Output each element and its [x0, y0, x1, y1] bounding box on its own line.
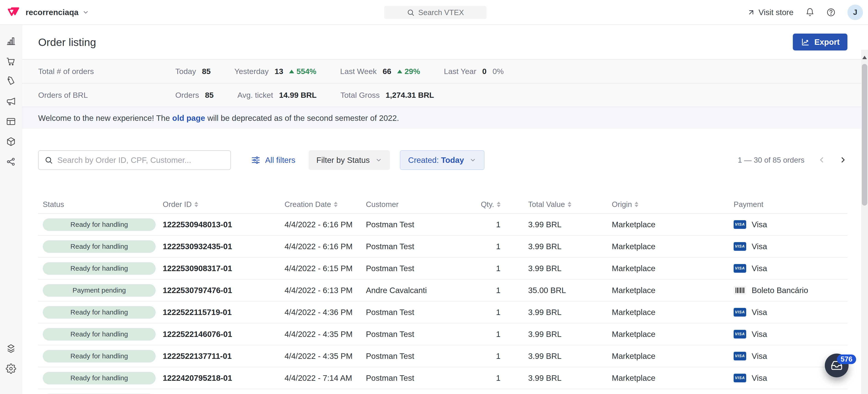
- status-cell: Ready for handling: [38, 350, 163, 362]
- sort-icon[interactable]: [334, 202, 338, 207]
- order-id-cell: 1222530948013-01: [163, 220, 284, 229]
- column-header-order-id[interactable]: Order ID: [163, 200, 284, 209]
- created-filter-dropdown[interactable]: Created: Today: [400, 150, 485, 170]
- vertical-scrollbar[interactable]: [861, 50, 868, 394]
- share-icon: [6, 164, 16, 168]
- visa-icon: VISA: [734, 308, 746, 317]
- stats-row: Orders of BRLOrders85Avg. ticket14.99 BR…: [22, 83, 868, 107]
- order-row[interactable]: Ready for handling1222420795218-014/4/20…: [38, 367, 847, 389]
- sidebar-item-storefront[interactable]: [6, 116, 16, 127]
- layers-icon: [6, 351, 16, 355]
- payment-label: Visa: [752, 330, 767, 339]
- payment-cell: Boleto Bancário: [734, 286, 847, 295]
- column-header-label: Customer: [366, 200, 399, 209]
- export-button[interactable]: Export: [793, 34, 847, 51]
- customer-cell: Postman Test: [366, 220, 468, 229]
- creation-date-cell: 4/4/2022 - 7:14 AM: [284, 373, 366, 383]
- sidebar-item-package[interactable]: [6, 136, 16, 147]
- metric: Last Week6629%: [340, 67, 420, 76]
- sidebar-item-megaphone[interactable]: [6, 96, 16, 107]
- metric: Orders85: [175, 91, 214, 100]
- total-value-cell: 3.99 BRL: [510, 308, 612, 317]
- topbar: recorrenciaqa Search VTEX Visit store J: [0, 0, 868, 25]
- all-filters-button[interactable]: All filters: [251, 155, 295, 165]
- total-value-cell: 3.99 BRL: [510, 220, 612, 229]
- sidebar-item-share[interactable]: [6, 157, 16, 167]
- customer-cell: Postman Test: [366, 352, 468, 361]
- order-row[interactable]: Payment pending1222530797476-014/4/2022 …: [38, 280, 847, 301]
- order-row[interactable]: Ready for handling1222530948013-014/4/20…: [38, 214, 847, 236]
- status-filter-label: Filter by Status: [316, 156, 370, 165]
- next-page-button[interactable]: [839, 156, 847, 165]
- metric: Last Year00%: [444, 67, 504, 76]
- payment-cell: VISAVisa: [734, 330, 847, 339]
- column-header-qty[interactable]: Qty.: [468, 200, 510, 209]
- avatar[interactable]: J: [847, 5, 863, 20]
- payment-cell: VISAVisa: [734, 242, 847, 251]
- origin-cell: Marketplace: [612, 330, 734, 339]
- order-row[interactable]: Ready for handling1222530908317-014/4/20…: [38, 258, 847, 280]
- column-header-label: Origin: [612, 200, 632, 209]
- column-header-total-value[interactable]: Total Value: [510, 200, 612, 209]
- column-header-label: Status: [43, 200, 64, 209]
- global-search-placeholder: Search VTEX: [418, 8, 464, 17]
- old-page-link[interactable]: old page: [172, 113, 205, 123]
- sort-icon[interactable]: [568, 202, 571, 207]
- order-row[interactable]: Ready for handling1222530932435-014/4/20…: [38, 236, 847, 258]
- quantity-cell: 1: [468, 308, 510, 317]
- column-header-label: Payment: [734, 200, 763, 209]
- column-header-origin[interactable]: Origin: [612, 200, 734, 209]
- order-row[interactable]: Ready for handling1222522137711-014/4/20…: [38, 346, 847, 367]
- creation-date-cell: 4/4/2022 - 6:16 PM: [284, 220, 366, 229]
- sliders-icon: [251, 155, 260, 165]
- sort-icon[interactable]: [194, 202, 198, 207]
- sidebar: [0, 25, 22, 394]
- total-value-cell: 3.99 BRL: [510, 373, 612, 383]
- status-badge: Ready for handling: [43, 262, 156, 275]
- status-cell: Ready for handling: [38, 328, 163, 340]
- quantity-cell: 1: [468, 352, 510, 361]
- previous-page-button[interactable]: [817, 156, 826, 165]
- status-cell: Ready for handling: [38, 372, 163, 385]
- search-icon: [44, 156, 53, 164]
- status-badge: Payment pending: [43, 284, 156, 297]
- creation-date-cell: 4/4/2022 - 6:13 PM: [284, 286, 366, 295]
- status-cell: Ready for handling: [38, 240, 163, 253]
- global-search[interactable]: Search VTEX: [384, 6, 487, 19]
- order-row[interactable]: Ready for handling1222522146076-014/4/20…: [38, 323, 847, 346]
- metric-delta: 0%: [493, 67, 504, 76]
- sort-icon[interactable]: [635, 202, 638, 207]
- origin-cell: Marketplace: [612, 352, 734, 361]
- help-icon[interactable]: [827, 8, 836, 17]
- order-row[interactable]: Ready for handling: [38, 389, 847, 394]
- sidebar-item-cart[interactable]: [6, 56, 16, 66]
- scrollbar-thumb[interactable]: [862, 64, 867, 205]
- scroll-up-arrow[interactable]: [861, 52, 868, 63]
- status-filter-dropdown[interactable]: Filter by Status: [309, 150, 390, 170]
- order-search-input[interactable]: [57, 156, 224, 165]
- visit-store-button[interactable]: Visit store: [747, 8, 794, 17]
- bell-icon[interactable]: [805, 8, 814, 17]
- status-badge: Ready for handling: [43, 306, 156, 319]
- status-badge: Ready for handling: [43, 372, 156, 385]
- sidebar-item-gear[interactable]: [6, 363, 16, 374]
- customer-cell: Postman Test: [366, 242, 468, 251]
- sidebar-item-tag[interactable]: [6, 76, 16, 87]
- origin-cell: Marketplace: [612, 373, 734, 383]
- quantity-cell: 1: [468, 330, 510, 339]
- order-id-cell: 1222530932435-01: [163, 242, 284, 251]
- sidebar-item-layers[interactable]: [6, 343, 16, 354]
- status-badge: Ready for handling: [43, 350, 156, 362]
- sidebar-item-bar-chart[interactable]: [6, 36, 16, 46]
- column-header-label: Qty.: [481, 200, 494, 209]
- column-header-creation-date[interactable]: Creation Date: [284, 200, 366, 209]
- sort-icon[interactable]: [497, 202, 500, 207]
- export-label: Export: [814, 37, 840, 46]
- payment-label: Boleto Bancário: [752, 286, 808, 295]
- order-row[interactable]: Ready for handling1222522115719-014/4/20…: [38, 301, 847, 323]
- metric-value: 1,274.31 BRL: [385, 91, 434, 100]
- account-switcher[interactable]: recorrenciaqa: [26, 8, 89, 17]
- customer-cell: Postman Test: [366, 264, 468, 273]
- payment-label: Visa: [752, 220, 767, 229]
- payment-cell: VISAVisa: [734, 308, 847, 317]
